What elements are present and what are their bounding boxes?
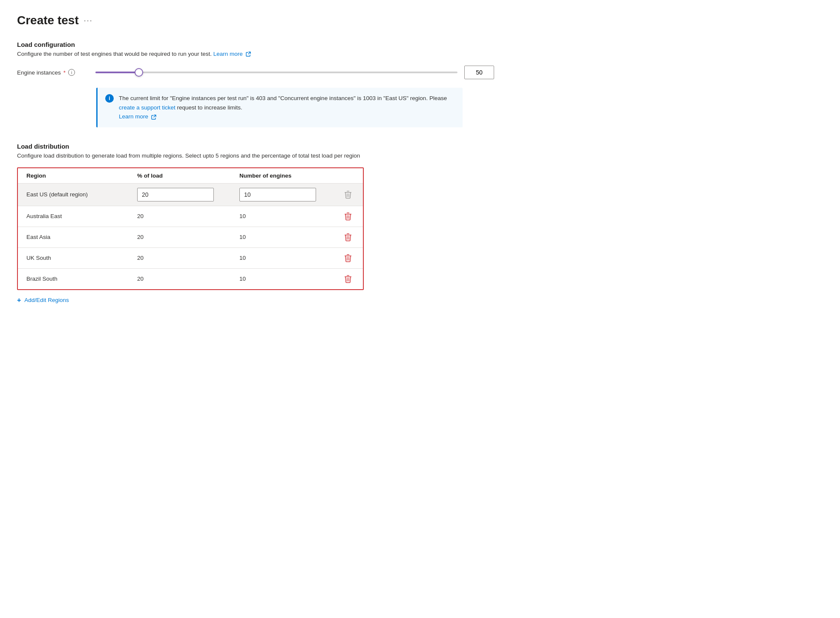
load-distribution-table-wrapper: Region % of load Number of engines East … (17, 167, 364, 290)
region-load-cell: 20 (129, 227, 231, 247)
engine-instances-row: Engine instances * i (17, 66, 494, 79)
trash-icon (344, 190, 352, 199)
page-title: Create test (17, 14, 79, 27)
trash-icon (344, 233, 352, 241)
region-engines-cell[interactable] (231, 183, 333, 206)
trash-icon (344, 212, 352, 221)
engine-instances-slider-container (95, 66, 494, 79)
region-name-cell: Brazil South (18, 268, 129, 289)
load-configuration-section: Load configuration Configure the number … (17, 41, 494, 127)
svg-rect-1 (347, 191, 349, 192)
delete-region-button[interactable] (342, 231, 354, 243)
delete-region-button (342, 189, 354, 201)
load-config-learn-more-link[interactable]: Learn more (213, 51, 251, 57)
svg-rect-9 (347, 233, 349, 234)
region-engines-cell: 10 (231, 227, 333, 247)
load-distribution-section: Load distribution Configure load distrib… (17, 143, 494, 304)
trash-icon (344, 275, 352, 283)
svg-rect-17 (347, 275, 349, 276)
region-name-cell: Australia East (18, 206, 129, 227)
info-box-icon: i (105, 94, 114, 103)
region-load-cell: 20 (129, 268, 231, 289)
region-load-cell: 20 (129, 247, 231, 268)
region-action-cell (333, 247, 363, 268)
region-load-cell: 20 (129, 206, 231, 227)
region-load-cell[interactable] (129, 183, 231, 206)
engines-input[interactable] (239, 188, 316, 201)
info-learn-more-link[interactable]: Learn more (119, 113, 156, 120)
external-link-icon (246, 52, 251, 57)
load-dist-desc: Configure load distribution to generate … (17, 152, 494, 159)
table-header-row: Region % of load Number of engines (18, 168, 363, 184)
load-input[interactable] (137, 188, 214, 201)
region-name-cell: East Asia (18, 227, 129, 247)
page-title-container: Create test ··· (17, 14, 494, 27)
add-edit-regions-button[interactable]: + Add/Edit Regions (17, 297, 69, 304)
slider-thumb[interactable] (135, 68, 143, 77)
region-engines-cell: 10 (231, 206, 333, 227)
engine-instances-input[interactable] (464, 66, 494, 79)
col-engines: Number of engines (231, 168, 333, 184)
region-table: Region % of load Number of engines East … (18, 168, 363, 289)
delete-region-button[interactable] (342, 273, 354, 285)
svg-rect-13 (347, 254, 349, 255)
col-load: % of load (129, 168, 231, 184)
trash-icon (344, 254, 352, 262)
load-dist-title: Load distribution (17, 143, 494, 150)
slider-fill (95, 72, 139, 73)
slider-track[interactable] (95, 72, 457, 73)
delete-region-button[interactable] (342, 252, 354, 264)
info-box: i The current limit for "Engine instance… (96, 88, 463, 127)
engine-instances-label: Engine instances * i (17, 69, 85, 76)
support-ticket-link[interactable]: create a support ticket (119, 104, 177, 111)
load-config-desc: Configure the number of test engines tha… (17, 51, 494, 57)
svg-rect-5 (347, 213, 349, 213)
region-action-cell (333, 268, 363, 289)
table-row: East Asia2010 (18, 227, 363, 247)
engine-instances-info-icon[interactable]: i (68, 69, 75, 76)
region-name-cell: UK South (18, 247, 129, 268)
table-row: East US (default region) (18, 183, 363, 206)
region-action-cell (333, 227, 363, 247)
region-engines-cell: 10 (231, 268, 333, 289)
col-actions (333, 168, 363, 184)
region-name-cell: East US (default region) (18, 183, 129, 206)
info-box-text: The current limit for "Engine instances … (119, 94, 455, 121)
plus-icon: + (17, 297, 21, 304)
page-title-ellipsis: ··· (84, 16, 93, 25)
load-config-title: Load configuration (17, 41, 494, 48)
region-action-cell (333, 206, 363, 227)
external-link-icon-2 (151, 115, 156, 120)
col-region: Region (18, 168, 129, 184)
delete-region-button[interactable] (342, 210, 354, 222)
table-row: Australia East2010 (18, 206, 363, 227)
required-indicator: * (63, 69, 66, 76)
region-action-cell (333, 183, 363, 206)
table-row: UK South2010 (18, 247, 363, 268)
add-regions-label: Add/Edit Regions (24, 297, 69, 303)
table-row: Brazil South2010 (18, 268, 363, 289)
region-engines-cell: 10 (231, 247, 333, 268)
